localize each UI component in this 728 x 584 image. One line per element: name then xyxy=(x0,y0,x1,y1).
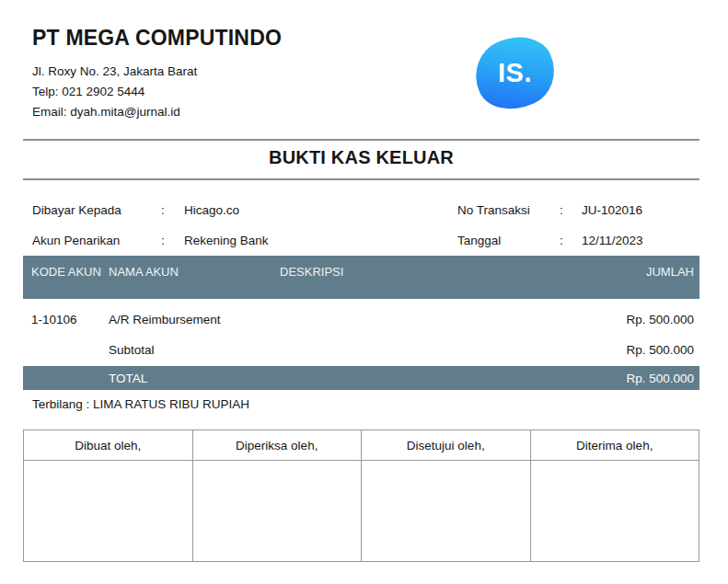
date-label: Tanggal xyxy=(457,234,501,247)
account-table-header: KODE AKUN NAMA AKUN DESKRIPSI JUMLAH xyxy=(23,256,699,299)
header-nama-akun: NAMA AKUN xyxy=(109,264,280,291)
signature-table: Dibuat oleh, Diperiksa oleh, Disetujui o… xyxy=(23,429,699,562)
jurnal-is-logo: IS. xyxy=(464,25,566,122)
withdrawal-account-label: Akun Penarikan xyxy=(32,234,120,247)
terbilang-label: Terbilang : xyxy=(32,397,89,411)
signature-blank-row xyxy=(24,461,699,562)
total-row: TOTAL Rp. 500.000 xyxy=(23,366,699,390)
amount-in-words: Terbilang : LIMA RATUS RIBU RUPIAH xyxy=(32,397,249,411)
info-row: Dibayar Kepada : Hicago.co No Transaksi … xyxy=(23,196,699,226)
logo-text: IS. xyxy=(498,58,532,88)
account-table: KODE AKUN NAMA AKUN DESKRIPSI JUMLAH 1-1… xyxy=(23,256,699,390)
signature-approved-by: Disetujui oleh, xyxy=(362,430,531,461)
date-separator: : xyxy=(560,234,563,247)
cell-nama-akun: A/R Reimbursement xyxy=(109,313,280,326)
trx-number-separator: : xyxy=(560,203,563,217)
signature-created-by: Dibuat oleh, xyxy=(24,430,193,461)
document-title: BUKTI KAS KELUAR xyxy=(23,147,699,168)
company-name: PT MEGA COMPUTINDO xyxy=(32,26,282,51)
payee-value: Hicago.co xyxy=(184,203,239,217)
company-header: PT MEGA COMPUTINDO Jl. Roxy No. 23, Jaka… xyxy=(32,26,282,122)
title-divider-bottom xyxy=(23,178,699,180)
withdrawal-account-separator: : xyxy=(161,234,165,247)
payee-label: Dibayar Kepada xyxy=(32,203,121,217)
signature-box-approved xyxy=(362,461,531,562)
company-email: Email: dyah.mita@jurnal.id xyxy=(32,102,282,122)
signature-box-received xyxy=(530,461,699,562)
subtotal-row: Subtotal Rp. 500.000 xyxy=(23,335,699,365)
payee-separator: : xyxy=(161,203,165,217)
signature-checked-by: Diperiksa oleh, xyxy=(192,430,362,461)
trx-number-value: JU-102016 xyxy=(582,203,642,217)
title-divider-top xyxy=(23,139,699,141)
total-label: TOTAL xyxy=(109,372,280,385)
header-jumlah: JUMLAH xyxy=(537,264,694,291)
date-value: 12/11/2023 xyxy=(582,234,643,247)
signature-received-by: Diterima oleh, xyxy=(530,430,699,461)
signature-box-created xyxy=(24,461,193,562)
signature-header-row: Dibuat oleh, Diperiksa oleh, Disetujui o… xyxy=(24,430,699,461)
company-phone: Telp: 021 2902 5444 xyxy=(32,82,282,102)
info-row: Akun Penarikan : Rekening Bank Tanggal :… xyxy=(23,226,699,257)
cell-jumlah: Rp. 500.000 xyxy=(537,313,694,326)
cash-disbursement-voucher: PT MEGA COMPUTINDO Jl. Roxy No. 23, Jaka… xyxy=(0,0,728,584)
signature-box-checked xyxy=(192,461,362,562)
table-row: 1-10106 A/R Reimbursement Rp. 500.000 xyxy=(23,304,699,335)
subtotal-label: Subtotal xyxy=(109,343,280,357)
trx-number-label: No Transaksi xyxy=(457,203,530,217)
total-amount: Rp. 500.000 xyxy=(537,372,694,385)
company-address: Jl. Roxy No. 23, Jakarta Barat xyxy=(32,62,282,82)
withdrawal-account-value: Rekening Bank xyxy=(184,234,269,247)
terbilang-value: LIMA RATUS RIBU RUPIAH xyxy=(93,397,249,411)
subtotal-amount: Rp. 500.000 xyxy=(537,343,694,357)
transaction-info: Dibayar Kepada : Hicago.co No Transaksi … xyxy=(23,196,699,257)
cell-kode-akun: 1-10106 xyxy=(31,313,109,326)
header-deskripsi: DESKRIPSI xyxy=(280,264,537,291)
header-kode-akun: KODE AKUN xyxy=(31,264,109,291)
